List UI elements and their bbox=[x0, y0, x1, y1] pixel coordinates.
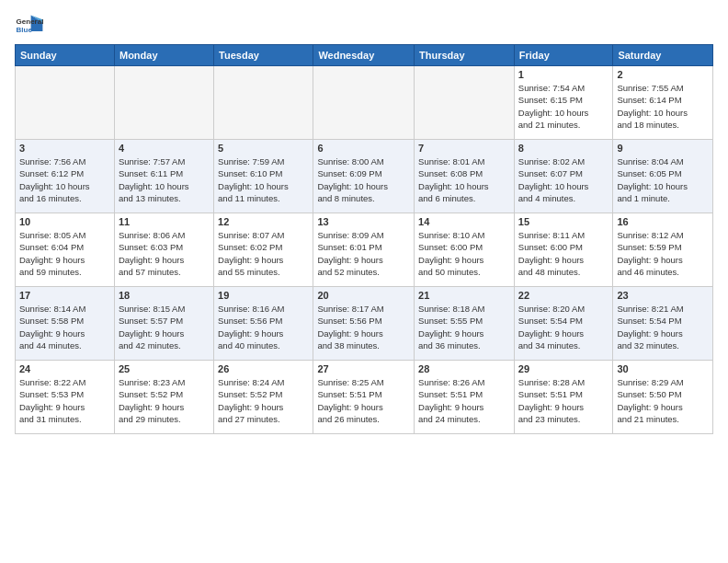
day-number: 9 bbox=[617, 143, 709, 154]
day-info-line: Daylight: 9 hours bbox=[317, 254, 410, 266]
day-info-line: and 21 minutes. bbox=[518, 119, 609, 131]
day-info: Sunrise: 8:00 AMSunset: 6:09 PMDaylight:… bbox=[317, 155, 410, 204]
day-info-line: and 27 minutes. bbox=[218, 413, 309, 425]
day-info: Sunrise: 8:09 AMSunset: 6:01 PMDaylight:… bbox=[317, 229, 410, 278]
day-info-line: Sunset: 5:51 PM bbox=[317, 388, 410, 400]
day-info-line: Sunrise: 8:01 AM bbox=[418, 155, 510, 167]
day-info-line: Daylight: 10 hours bbox=[218, 180, 309, 192]
day-info-line: Daylight: 9 hours bbox=[19, 401, 110, 413]
day-number: 28 bbox=[418, 363, 510, 374]
day-info-line: and 23 minutes. bbox=[518, 413, 609, 425]
calendar-cell: 6Sunrise: 8:00 AMSunset: 6:09 PMDaylight… bbox=[313, 140, 415, 213]
day-info: Sunrise: 8:05 AMSunset: 6:04 PMDaylight:… bbox=[19, 229, 110, 278]
day-info-line: and 44 minutes. bbox=[19, 339, 110, 351]
day-number: 8 bbox=[518, 143, 609, 154]
day-info-line: Sunrise: 8:22 AM bbox=[19, 376, 110, 388]
day-info-line: Sunrise: 7:54 AM bbox=[518, 82, 609, 94]
day-info-line: Sunset: 6:00 PM bbox=[518, 241, 609, 253]
day-info-line: and 13 minutes. bbox=[119, 192, 210, 204]
day-info: Sunrise: 7:57 AMSunset: 6:11 PMDaylight:… bbox=[119, 155, 210, 204]
day-info-line: and 46 minutes. bbox=[617, 266, 709, 278]
day-info: Sunrise: 8:07 AMSunset: 6:02 PMDaylight:… bbox=[218, 229, 309, 278]
day-info-line: Sunset: 6:01 PM bbox=[317, 241, 410, 253]
day-info-line: Sunrise: 8:28 AM bbox=[518, 376, 609, 388]
calendar-cell: 16Sunrise: 8:12 AMSunset: 5:59 PMDayligh… bbox=[613, 213, 713, 287]
calendar-cell bbox=[214, 66, 313, 140]
day-info-line: Sunset: 5:53 PM bbox=[19, 388, 110, 400]
calendar-cell: 5Sunrise: 7:59 AMSunset: 6:10 PMDaylight… bbox=[214, 140, 313, 213]
day-info-line: Sunrise: 7:55 AM bbox=[617, 82, 709, 94]
day-info-line: Sunrise: 8:07 AM bbox=[218, 229, 309, 241]
day-info: Sunrise: 8:25 AMSunset: 5:51 PMDaylight:… bbox=[317, 376, 410, 425]
day-info-line: Sunrise: 8:10 AM bbox=[418, 229, 510, 241]
day-info-line: Daylight: 10 hours bbox=[617, 107, 709, 119]
day-number: 19 bbox=[218, 290, 309, 301]
day-info-line: Daylight: 9 hours bbox=[617, 401, 709, 413]
weekday-header-tuesday: Tuesday bbox=[214, 45, 313, 66]
day-info: Sunrise: 8:01 AMSunset: 6:08 PMDaylight:… bbox=[418, 155, 510, 204]
day-info-line: Daylight: 9 hours bbox=[418, 401, 510, 413]
day-info-line: Sunset: 6:05 PM bbox=[617, 167, 709, 179]
day-info-line: Daylight: 9 hours bbox=[418, 254, 510, 266]
day-info-line: Sunrise: 8:21 AM bbox=[617, 303, 709, 315]
day-info-line: Daylight: 10 hours bbox=[317, 180, 410, 192]
day-info-line: Daylight: 9 hours bbox=[19, 254, 110, 266]
calendar-cell bbox=[114, 66, 213, 140]
day-number: 29 bbox=[518, 363, 609, 374]
day-number: 20 bbox=[317, 290, 410, 301]
day-info-line: Sunrise: 8:17 AM bbox=[317, 303, 410, 315]
day-info-line: Sunrise: 8:23 AM bbox=[119, 376, 210, 388]
day-info-line: Daylight: 10 hours bbox=[518, 107, 609, 119]
svg-text:Blue: Blue bbox=[17, 26, 33, 34]
calendar-cell: 14Sunrise: 8:10 AMSunset: 6:00 PMDayligh… bbox=[415, 213, 515, 287]
calendar-cell: 20Sunrise: 8:17 AMSunset: 5:56 PMDayligh… bbox=[313, 287, 415, 361]
calendar-cell: 8Sunrise: 8:02 AMSunset: 6:07 PMDaylight… bbox=[514, 140, 613, 213]
day-info-line: Sunrise: 8:12 AM bbox=[617, 229, 709, 241]
day-info: Sunrise: 8:22 AMSunset: 5:53 PMDaylight:… bbox=[19, 376, 110, 425]
calendar-cell: 23Sunrise: 8:21 AMSunset: 5:54 PMDayligh… bbox=[613, 287, 713, 361]
day-info-line: Sunset: 5:56 PM bbox=[317, 315, 410, 327]
calendar-cell: 2Sunrise: 7:55 AMSunset: 6:14 PMDaylight… bbox=[613, 66, 713, 140]
day-info: Sunrise: 8:02 AMSunset: 6:07 PMDaylight:… bbox=[518, 155, 609, 204]
calendar-body: 1Sunrise: 7:54 AMSunset: 6:15 PMDaylight… bbox=[16, 66, 713, 434]
day-info-line: and 24 minutes. bbox=[418, 413, 510, 425]
day-info-line: and 18 minutes. bbox=[617, 119, 709, 131]
day-info-line: Sunset: 5:58 PM bbox=[19, 315, 110, 327]
day-info-line: and 1 minute. bbox=[617, 192, 709, 204]
day-info: Sunrise: 8:18 AMSunset: 5:55 PMDaylight:… bbox=[418, 303, 510, 351]
day-info-line: Sunrise: 8:18 AM bbox=[418, 303, 510, 315]
week-row-5: 24Sunrise: 8:22 AMSunset: 5:53 PMDayligh… bbox=[16, 361, 713, 434]
day-info-line: and 38 minutes. bbox=[317, 339, 410, 351]
day-info-line: Daylight: 10 hours bbox=[119, 180, 210, 192]
day-info-line: Daylight: 9 hours bbox=[317, 327, 410, 339]
calendar-cell: 28Sunrise: 8:26 AMSunset: 5:51 PMDayligh… bbox=[415, 361, 515, 434]
day-info: Sunrise: 7:55 AMSunset: 6:14 PMDaylight:… bbox=[617, 82, 709, 131]
day-info-line: Sunrise: 8:16 AM bbox=[218, 303, 309, 315]
day-info: Sunrise: 8:28 AMSunset: 5:51 PMDaylight:… bbox=[518, 376, 609, 425]
day-number: 17 bbox=[19, 290, 110, 301]
day-info-line: Daylight: 9 hours bbox=[218, 327, 309, 339]
day-info-line: Sunrise: 8:00 AM bbox=[317, 155, 410, 167]
day-info-line: and 21 minutes. bbox=[617, 413, 709, 425]
day-info: Sunrise: 7:54 AMSunset: 6:15 PMDaylight:… bbox=[518, 82, 609, 131]
week-row-3: 10Sunrise: 8:05 AMSunset: 6:04 PMDayligh… bbox=[16, 213, 713, 287]
calendar-cell: 18Sunrise: 8:15 AMSunset: 5:57 PMDayligh… bbox=[114, 287, 213, 361]
day-number: 12 bbox=[218, 216, 309, 227]
calendar-cell: 29Sunrise: 8:28 AMSunset: 5:51 PMDayligh… bbox=[514, 361, 613, 434]
day-number: 30 bbox=[617, 363, 709, 374]
day-info-line: Sunset: 5:54 PM bbox=[617, 315, 709, 327]
day-info-line: Sunset: 6:12 PM bbox=[19, 167, 110, 179]
day-info-line: Sunset: 6:11 PM bbox=[119, 167, 210, 179]
day-info-line: Daylight: 9 hours bbox=[218, 254, 309, 266]
day-number: 5 bbox=[218, 143, 309, 154]
logo: General Blue bbox=[15, 9, 48, 39]
calendar-cell: 3Sunrise: 7:56 AMSunset: 6:12 PMDaylight… bbox=[16, 140, 115, 213]
day-info: Sunrise: 8:21 AMSunset: 5:54 PMDaylight:… bbox=[617, 303, 709, 351]
day-info-line: Sunset: 6:09 PM bbox=[317, 167, 410, 179]
weekday-header-row: SundayMondayTuesdayWednesdayThursdayFrid… bbox=[16, 45, 713, 66]
day-info: Sunrise: 8:23 AMSunset: 5:52 PMDaylight:… bbox=[119, 376, 210, 425]
day-info-line: Daylight: 9 hours bbox=[617, 254, 709, 266]
day-info-line: Sunrise: 8:24 AM bbox=[218, 376, 309, 388]
weekday-header-wednesday: Wednesday bbox=[313, 45, 415, 66]
calendar-cell: 19Sunrise: 8:16 AMSunset: 5:56 PMDayligh… bbox=[214, 287, 313, 361]
